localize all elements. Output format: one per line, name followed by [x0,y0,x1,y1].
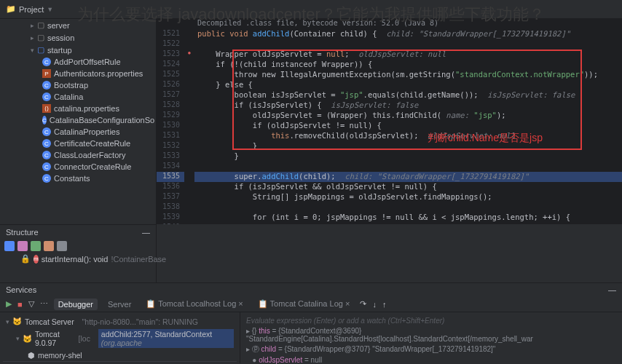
tree-item[interactable]: ⟨⟩catalina.properties [0,103,156,114]
tree-label: CertificateCreateRule [54,139,130,148]
variables-panel[interactable]: Evaluate expression (Enter) or add a wat… [240,312,622,363]
decompiled-banner: Decompiled .class file, bytecode version… [194,19,622,29]
run-icon[interactable]: ▶ [6,299,12,309]
eval-expression-hint[interactable]: Evaluate expression (Enter) or add a wat… [246,315,616,326]
tree-label: session [47,33,74,42]
code-content[interactable]: Decompiled .class file, bytecode version… [194,19,622,224]
tree-item[interactable]: CAddPortOffsetRule [0,56,156,68]
tree-label: AddPortOffsetRule [54,58,121,66]
class-icon: C [42,81,51,90]
filter-icon[interactable] [17,241,28,251]
var-this[interactable]: ▸ {} this = {StandardContext@3690} "Stan… [246,326,616,344]
project-label-text: Project [19,5,44,14]
structure-method[interactable]: 🔒 m startInternal(): void !ContainerBase [0,253,156,265]
tree-item[interactable]: CBootstrap [0,79,156,91]
structure-title: Structure [6,228,39,237]
step-into-icon[interactable]: ↓ [372,300,377,309]
chevron-right-icon: ▸ [31,22,34,29]
more-icon[interactable]: ⋯ [40,299,48,309]
folder-icon: 📁 [6,4,16,14]
var-child[interactable]: ▸ ⓟ child = {StandardWrapper@3707} "Stan… [246,344,616,355]
structure-tool-window[interactable]: Structure — 🔒 m startInternal(): void !C… [0,224,157,282]
step-over-icon[interactable]: ↷ [360,299,366,309]
folder-icon: ▢ [37,33,44,42]
class-icon: C [42,116,47,124]
main-area: ▸▢server ▸▢session ▾▢startup CAddPortOff… [0,19,622,224]
filter-icon[interactable]: ▽ [28,299,34,309]
breakpoint-icon[interactable]: ● [184,50,194,60]
class-icon: C [42,92,51,101]
tree-item[interactable]: CCatalinaBaseConfigurationSo [0,114,156,126]
tree-item[interactable]: CCatalinaProperties [0,126,156,138]
tree-label: Bootstrap [54,81,88,90]
folder-icon: ▢ [37,20,44,30]
class-icon: C [42,139,51,148]
project-tool-label[interactable]: 📁 Project ▼ [0,4,59,14]
method-label: startInternal(): void [42,255,109,264]
class-ref: !ContainerBase [111,255,166,264]
svc-artifact[interactable]: ⬢ memory-shel [3,349,237,361]
tree-label: ConnectorCreateRule [54,162,131,171]
tree-label: startup [47,46,72,55]
tree-item[interactable]: CConstants [0,173,156,184]
code-editor[interactable]: 152115221523 152415251526 152715281529 1… [157,19,622,224]
sort-icon[interactable] [4,241,15,251]
class-icon: C [42,127,51,136]
properties-icon: ⟨⟩ [42,104,51,113]
class-icon: C [42,151,51,159]
tree-label: CatalinaBaseConfigurationSo [50,116,154,124]
tree-folder-startup[interactable]: ▾▢startup [0,44,156,56]
services-tree[interactable]: ▾🐱 Tomcat Server "http-nio-8080..."main"… [0,312,240,363]
tree-label: catalina.properties [54,104,119,113]
chevron-down-icon: ▼ [47,6,53,13]
var-oldjsp[interactable]: ● oldJspServlet = null [246,355,616,364]
collapse-icon[interactable] [57,241,67,251]
gutter-marks: ● [184,19,194,224]
class-icon: C [42,58,51,66]
chevron-right-icon: ▸ [31,34,34,41]
tab-server[interactable]: Server [103,298,135,310]
line-number-gutter: 152115221523 152415251526 152715281529 1… [157,19,184,224]
tree-label: Constants [54,174,90,183]
folder-icon: ▢ [37,45,44,55]
tree-label: server [47,21,70,30]
tree-folder-server[interactable]: ▸▢server [0,19,156,31]
tree-item[interactable]: CConnectorCreateRule [0,161,156,173]
annotation-text: 判断child.Name是否是jsp [428,132,543,145]
services-tool-window[interactable]: Services — ▶ ■ ▽ ⋯ Debugger Server 📋 Tom… [0,282,622,364]
step-out-icon[interactable]: ↑ [382,300,387,309]
tree-item[interactable]: CCertificateCreateRule [0,138,156,149]
tab-catalina-log[interactable]: 📋 Tomcat Catalina Log × [253,298,355,310]
tree-item[interactable]: CCatalina [0,91,156,103]
class-icon: C [42,174,51,183]
method-icon: m [34,255,39,264]
minimize-icon[interactable]: — [142,228,150,237]
tree-label: Authenticators.properties [54,69,143,78]
hide-icon[interactable]: — [608,285,616,294]
tab-localhost-log[interactable]: 📋 Tomcat Localhost Log × [141,298,247,310]
tree-item[interactable]: CClassLoaderFactory [0,149,156,161]
top-bar: 📁 Project ▼ [0,0,622,19]
tab-debugger[interactable]: Debugger [54,298,98,310]
tree-item[interactable]: PAuthenticators.properties [0,68,156,79]
lock-icon: 🔒 [20,254,31,264]
svc-tomcat-instance[interactable]: ▾🐱 Tomcat 9.0.97 [loc addChild:2577, Sta… [3,328,237,349]
class-icon: C [42,162,51,171]
stop-icon[interactable]: ■ [17,300,23,309]
expand-icon[interactable] [44,241,54,251]
services-title: Services [6,285,36,294]
services-toolbar: ▶ ■ ▽ ⋯ Debugger Server 📋 Tomcat Localho… [0,296,622,312]
tree-folder-session[interactable]: ▸▢session [0,31,156,44]
properties-icon: P [42,69,51,78]
tree-label: CatalinaProperties [54,127,120,136]
tree-label: Catalina [54,92,83,101]
project-tree[interactable]: ▸▢server ▸▢session ▾▢startup CAddPortOff… [0,19,157,224]
svc-tomcat-server[interactable]: ▾🐱 Tomcat Server "http-nio-8080..."main"… [3,315,237,328]
tree-label: ClassLoaderFactory [54,151,125,159]
structure-toolbar [0,240,156,253]
view-icon[interactable] [31,241,41,251]
chevron-down-icon: ▾ [31,47,34,54]
